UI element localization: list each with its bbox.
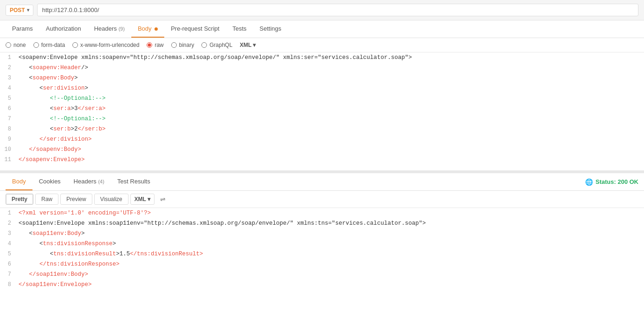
body-type-raw[interactable]: raw	[147, 42, 163, 48]
line-content: </soap11env:Body>	[19, 269, 644, 280]
request-tabs: Params Authorization Headers (9) Body Pr…	[0, 20, 644, 38]
response-tabs: Body Cookies Headers (4) Test Results 🌐 …	[0, 173, 644, 191]
code-line-3: 3 <soapenv:Body>	[0, 73, 644, 83]
code-line-1: 1<?xml version='1.0' encoding='UTF-8'?>	[0, 208, 644, 218]
line-number: 8	[0, 280, 19, 290]
status-area: 🌐 Status: 200 OK	[585, 178, 638, 186]
line-number: 2	[0, 63, 19, 73]
line-number: 4	[0, 83, 19, 93]
line-number: 6	[0, 259, 19, 269]
line-content: <!--Optional:-->	[19, 114, 644, 124]
code-line-2: 2 <soapenv:Header/>	[0, 63, 644, 73]
code-line-1: 1<soapenv:Envelope xmlns:soapenv="http:/…	[0, 52, 644, 63]
resp-tab-cookies[interactable]: Cookies	[32, 173, 67, 190]
line-content: <soap11env:Envelope xmlns:soap11env="htt…	[19, 218, 644, 228]
line-content: </soapenv:Envelope>	[19, 155, 644, 165]
code-line-6: 6 </tns:divisionResponse>	[0, 259, 644, 269]
line-content: <ser:a>3</ser:a>	[19, 104, 644, 114]
body-tab-dot	[155, 27, 158, 31]
line-number: 5	[0, 249, 19, 259]
line-content: <soapenv:Header/>	[19, 63, 644, 73]
line-content: <ser:b>2</ser:b>	[19, 124, 644, 134]
code-line-4: 4 <ser:division>	[0, 83, 644, 93]
code-line-11: 11</soapenv:Envelope>	[0, 155, 644, 165]
line-content: <?xml version='1.0' encoding='UTF-8'?>	[19, 208, 644, 218]
line-content: <tns:divisionResult>1.5</tns:divisionRes…	[19, 249, 644, 259]
tab-authorization[interactable]: Authorization	[39, 20, 88, 38]
tab-params[interactable]: Params	[6, 20, 39, 38]
code-line-8: 8</soap11env:Envelope>	[0, 280, 644, 290]
line-number: 7	[0, 269, 19, 280]
resp-xml-chevron-icon: ▾	[148, 196, 150, 202]
response-xml-dropdown[interactable]: XML ▾	[130, 194, 155, 205]
view-tab-raw[interactable]: Raw	[35, 194, 58, 205]
globe-icon: 🌐	[585, 178, 593, 186]
line-content: <tns:divisionResponse>	[19, 239, 644, 249]
view-tab-preview[interactable]: Preview	[60, 194, 92, 205]
view-tab-pretty[interactable]: Pretty	[6, 194, 33, 205]
line-content: </tns:divisionResponse>	[19, 259, 644, 269]
response-section: Body Cookies Headers (4) Test Results 🌐 …	[0, 173, 644, 293]
resp-tab-test-results[interactable]: Test Results	[111, 173, 157, 190]
view-tab-visualize[interactable]: Visualize	[94, 194, 129, 205]
body-type-none[interactable]: none	[6, 42, 26, 48]
xml-chevron-icon: ▾	[253, 42, 256, 48]
xml-format-dropdown[interactable]: XML ▾	[240, 42, 256, 48]
body-type-graphql[interactable]: GraphQL	[201, 42, 232, 48]
line-content: </soapenv:Body>	[19, 144, 644, 155]
tab-headers[interactable]: Headers (9)	[88, 20, 131, 38]
tab-pre-request[interactable]: Pre-request Script	[164, 20, 226, 38]
code-line-10: 10 </soapenv:Body>	[0, 144, 644, 155]
code-line-7: 7 </soap11env:Body>	[0, 269, 644, 280]
line-number: 10	[0, 144, 19, 155]
resp-tab-headers[interactable]: Headers (4)	[67, 173, 111, 190]
method-selector[interactable]: POST ▾	[6, 5, 33, 16]
line-number: 4	[0, 239, 19, 249]
method-label: POST	[10, 7, 25, 13]
body-type-binary[interactable]: binary	[171, 42, 194, 48]
line-number: 9	[0, 134, 19, 144]
request-code-editor[interactable]: 1<soapenv:Envelope xmlns:soapenv="http:/…	[0, 52, 644, 173]
line-number: 3	[0, 228, 19, 239]
line-content: <!--Optional:-->	[19, 93, 644, 104]
code-line-7: 7 <!--Optional:-->	[0, 114, 644, 124]
line-content: </soap11env:Envelope>	[19, 280, 644, 290]
line-content: <soapenv:Body>	[19, 73, 644, 83]
line-number: 8	[0, 124, 19, 134]
line-number: 1	[0, 52, 19, 63]
line-content: <ser:division>	[19, 83, 644, 93]
line-number: 3	[0, 73, 19, 83]
tab-body[interactable]: Body	[131, 20, 164, 38]
code-line-4: 4 <tns:divisionResponse>	[0, 239, 644, 249]
code-line-9: 9 </ser:division>	[0, 134, 644, 144]
line-number: 7	[0, 114, 19, 124]
line-content: <soapenv:Envelope xmlns:soapenv="http://…	[19, 52, 644, 63]
code-line-8: 8 <ser:b>2</ser:b>	[0, 124, 644, 134]
line-number: 1	[0, 208, 19, 218]
line-content: </ser:division>	[19, 134, 644, 144]
wrap-icon[interactable]: ⇌	[160, 195, 166, 203]
code-line-3: 3 <soap11env:Body>	[0, 228, 644, 239]
code-line-5: 5 <!--Optional:-->	[0, 93, 644, 104]
code-line-2: 2<soap11env:Envelope xmlns:soap11env="ht…	[0, 218, 644, 228]
body-type-urlencoded[interactable]: x-www-form-urlencoded	[72, 42, 139, 48]
line-number: 11	[0, 155, 19, 165]
status-badge: Status: 200 OK	[596, 178, 638, 185]
response-code-viewer: 1<?xml version='1.0' encoding='UTF-8'?>2…	[0, 208, 644, 293]
code-line-6: 6 <ser:a>3</ser:a>	[0, 104, 644, 114]
method-chevron-icon: ▾	[27, 7, 29, 13]
code-line-5: 5 <tns:divisionResult>1.5</tns:divisionR…	[0, 249, 644, 259]
body-type-formdata[interactable]: form-data	[33, 42, 65, 48]
line-number: 5	[0, 93, 19, 104]
line-content: <soap11env:Body>	[19, 228, 644, 239]
tab-tests[interactable]: Tests	[226, 20, 253, 38]
tab-settings[interactable]: Settings	[253, 20, 288, 38]
line-number: 2	[0, 218, 19, 228]
resp-tab-body[interactable]: Body	[6, 173, 32, 190]
line-number: 6	[0, 104, 19, 114]
view-tabs-row: Pretty Raw Preview Visualize XML ▾ ⇌	[0, 191, 644, 208]
url-bar: POST ▾	[0, 0, 644, 20]
body-type-row: none form-data x-www-form-urlencoded raw…	[0, 38, 644, 52]
url-input[interactable]	[37, 4, 638, 16]
